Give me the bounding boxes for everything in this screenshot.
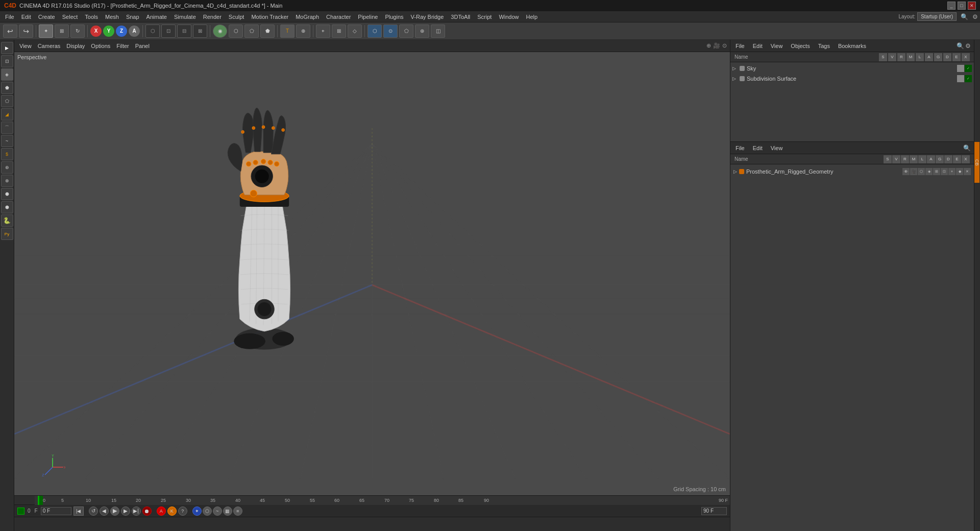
subdiv-icon-vis[interactable] <box>957 75 964 82</box>
frame-indicator-start[interactable] <box>17 508 24 515</box>
snap-toggle-button[interactable]: ⌖ <box>316 25 330 38</box>
render-button[interactable]: ⬡ <box>145 25 160 38</box>
left-tool-9[interactable]: $ <box>1 148 13 160</box>
redo-button[interactable]: ↩ <box>19 25 33 38</box>
viewport-fit-icon[interactable]: ⊕ <box>706 42 711 49</box>
prev-frame-button[interactable]: ◀ <box>100 506 109 516</box>
prosthetic-icon-5[interactable]: ⌖ <box>948 168 955 175</box>
viewport-panel-menu[interactable]: Panel <box>133 42 152 50</box>
axis-mode-button[interactable]: ⊕ <box>296 25 310 38</box>
workplane-button[interactable]: ◇ <box>348 25 362 38</box>
title-bar-right[interactable]: _ □ ✕ <box>947 2 976 10</box>
sky-button[interactable]: ⊙ <box>383 25 398 38</box>
subdivision-expand-icon[interactable]: ▷ <box>732 76 738 81</box>
frame-input-field[interactable] <box>41 507 71 515</box>
goto-start-button[interactable]: |◀ <box>74 506 84 516</box>
attr-menu-view[interactable]: View <box>769 144 785 152</box>
content-browser-tab[interactable]: CB <box>974 142 979 183</box>
floor-button[interactable]: ⬡ <box>368 25 382 38</box>
left-tool-10[interactable]: ⊛ <box>1 161 13 174</box>
menu-snap[interactable]: Snap <box>123 13 142 21</box>
menu-render[interactable]: Render <box>200 13 225 21</box>
menu-help[interactable]: Help <box>523 13 541 21</box>
attr-menu-file[interactable]: File <box>733 144 747 152</box>
menu-3dtoall[interactable]: 3DToAll <box>448 13 473 21</box>
layout-dropdown[interactable]: Startup (User) <box>917 12 957 21</box>
prosthetic-icon-3[interactable]: ⊞ <box>933 168 940 175</box>
viewport-render-icon[interactable]: ⊙ <box>722 42 727 49</box>
y-axis-button[interactable]: Y <box>103 26 114 37</box>
menu-mesh[interactable]: Mesh <box>102 13 122 21</box>
viewport-view-menu[interactable]: View <box>17 42 34 50</box>
left-tool-python[interactable]: Py <box>1 228 13 240</box>
undo-button[interactable]: ↩ <box>3 25 17 38</box>
texture-mode-button[interactable]: T <box>280 25 295 38</box>
close-button[interactable]: ✕ <box>968 2 976 10</box>
obj-menu-bookmarks[interactable]: Bookmarks <box>836 42 868 50</box>
prosthetic-icon-eye[interactable]: 👁 <box>902 168 910 175</box>
menu-plugins[interactable]: Plugins <box>382 13 406 21</box>
left-tool-13[interactable]: ⬢ <box>1 201 13 213</box>
left-tool-14[interactable]: 🐍 <box>1 214 13 227</box>
left-tool-5[interactable]: ⬠ <box>1 95 13 107</box>
obj-menu-tags[interactable]: Tags <box>816 42 832 50</box>
help-play-button[interactable]: ? <box>178 506 187 516</box>
timeline-button[interactable]: ≡ <box>233 506 242 516</box>
goto-end-button[interactable]: ▶| <box>132 506 141 516</box>
z-axis-button[interactable]: Z <box>116 26 127 37</box>
end-frame-input[interactable] <box>701 507 727 515</box>
subdiv-icon-check[interactable]: ✓ <box>965 75 972 82</box>
prosthetic-icon-1[interactable]: ⬡ <box>918 168 925 175</box>
left-tool-8[interactable]: ~ <box>1 135 13 147</box>
left-tool-3[interactable]: ◈ <box>1 68 13 81</box>
record-button[interactable]: ⏺ <box>142 506 152 516</box>
compositing-button[interactable]: ⊛ <box>415 25 429 38</box>
menu-select[interactable]: Select <box>59 13 81 21</box>
obj-menu-view[interactable]: View <box>769 42 785 50</box>
minimize-button[interactable]: _ <box>947 2 955 10</box>
attr-search-icon[interactable]: 🔍 <box>963 144 971 152</box>
obj-settings-icon[interactable]: ⚙ <box>965 42 971 50</box>
sky-expand-icon[interactable]: ▷ <box>732 66 738 71</box>
viewport-camera-icon[interactable]: 🎥 <box>713 42 720 49</box>
prosthetic-icon-6[interactable]: ◆ <box>956 168 963 175</box>
menu-pipeline[interactable]: Pipeline <box>355 13 381 21</box>
play-button[interactable]: ▶ <box>110 506 119 516</box>
left-tool-7[interactable]: ⌒ <box>1 122 13 134</box>
search-icon[interactable]: 🔍 <box>961 13 968 20</box>
menu-create[interactable]: Create <box>35 13 58 21</box>
menu-animate[interactable]: Animate <box>143 13 170 21</box>
sky-icon-check[interactable]: ✓ <box>965 65 972 72</box>
grid-snap-button[interactable]: ⊞ <box>332 25 346 38</box>
menu-file[interactable]: File <box>2 13 17 21</box>
layer-button[interactable]: ◫ <box>431 25 445 38</box>
menu-sculpt[interactable]: Sculpt <box>226 13 248 21</box>
render-all-button[interactable]: ⊠ <box>193 25 207 38</box>
menu-character[interactable]: Character <box>323 13 354 21</box>
viewport-display-menu[interactable]: Display <box>64 42 87 50</box>
loop-button[interactable]: ↺ <box>89 506 98 516</box>
background-button[interactable]: ⬠ <box>399 25 413 38</box>
next-frame-button[interactable]: ▶ <box>121 506 130 516</box>
move-tool-button[interactable]: ✦ <box>39 25 53 38</box>
render-region-button[interactable]: ⊡ <box>161 25 176 38</box>
prosthetic-icon-4[interactable]: ⊡ <box>941 168 948 175</box>
ik-button[interactable]: ⬡ <box>203 506 212 516</box>
x-axis-button[interactable]: X <box>90 26 102 37</box>
menu-window[interactable]: Window <box>496 13 522 21</box>
viewport-cameras-menu[interactable]: Cameras <box>36 42 63 50</box>
obj-menu-file[interactable]: File <box>733 42 747 50</box>
menu-simulate[interactable]: Simulate <box>171 13 199 21</box>
scale-tool-button[interactable]: ⊞ <box>55 25 69 38</box>
auto-key-button[interactable]: A <box>157 506 166 516</box>
obj-search-icon[interactable]: 🔍 <box>957 42 964 50</box>
prosthetic-expand-icon[interactable]: ▷ <box>733 169 737 174</box>
obj-menu-edit[interactable]: Edit <box>751 42 765 50</box>
sky-icon-vis[interactable] <box>957 65 964 72</box>
left-tool-11[interactable]: ⊗ <box>1 175 13 187</box>
motion-path-button[interactable]: ✦ <box>192 506 202 516</box>
left-tool-pointer[interactable]: ▶ <box>1 42 13 54</box>
attr-menu-edit[interactable]: Edit <box>751 144 765 152</box>
rotate-tool-button[interactable]: ↻ <box>70 25 85 38</box>
maximize-button[interactable]: □ <box>958 2 966 10</box>
